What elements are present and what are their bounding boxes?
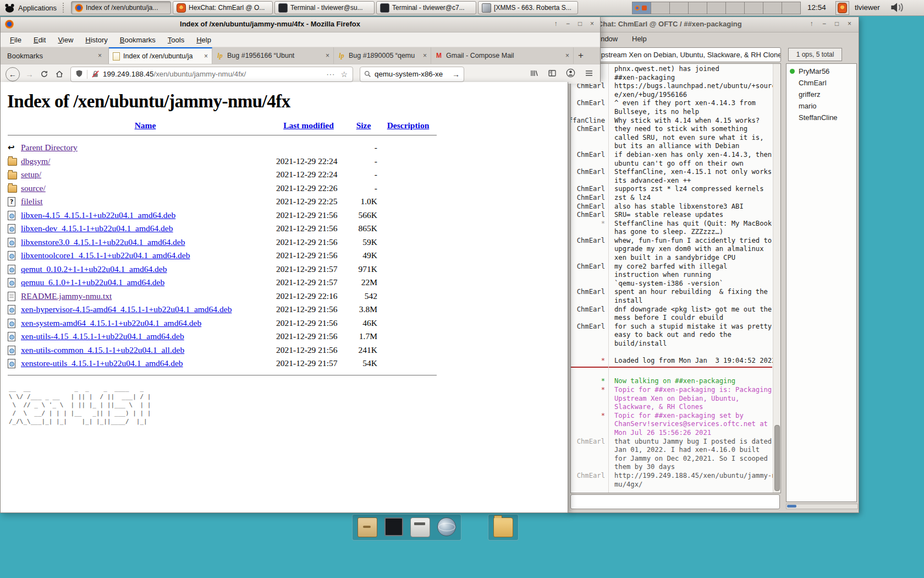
workspace-cell[interactable] — [782, 2, 801, 14]
file-link[interactable]: README.jammy-nmu.txt — [21, 291, 270, 301]
file-link[interactable]: xen-hypervisor-4.15-amd64_4.15.1-1+ub22u… — [21, 304, 270, 314]
workspace-cell[interactable] — [744, 2, 763, 14]
file-link[interactable]: setup/ — [21, 170, 270, 179]
sort-by-size[interactable]: Size — [348, 121, 380, 130]
file-link[interactable]: xenstore-utils_4.15.1-1+ub22u04.1_amd64.… — [21, 358, 270, 368]
tab-close-icon[interactable]: × — [204, 52, 208, 60]
library-icon[interactable] — [530, 69, 538, 80]
minimize-button[interactable]: − — [820, 19, 829, 29]
applications-menu[interactable]: Applications — [0, 0, 61, 15]
account-icon[interactable] — [566, 68, 575, 80]
tab-close-icon[interactable]: × — [423, 52, 427, 59]
hexchat-titlebar[interactable]: HexChat: ChmEarl @ OFTC / ##xen-packagin… — [568, 17, 859, 32]
workspace-cell[interactable] — [707, 2, 726, 14]
file-link[interactable]: filelist — [21, 197, 270, 206]
home-button[interactable] — [55, 70, 64, 78]
file-link[interactable]: libxen-4.15_4.15.1-1+ub22u04.1_amd64.deb — [21, 210, 270, 220]
message-input[interactable] — [570, 494, 780, 509]
workspace-cell[interactable] — [632, 2, 651, 14]
shade-button[interactable]: ↑ — [551, 19, 560, 29]
sort-by-description[interactable]: Description — [380, 121, 437, 130]
tracking-shield-icon[interactable] — [75, 69, 83, 79]
browser-tab[interactable]: Index of /xen/ubuntu/ja × — [109, 47, 212, 64]
hamburger-menu-icon[interactable] — [585, 69, 593, 79]
workspace-cell[interactable] — [669, 2, 689, 14]
dock-icon[interactable] — [358, 517, 377, 537]
file-link[interactable]: source/ — [21, 183, 270, 193]
minimize-button[interactable]: − — [563, 19, 573, 29]
panel-clock[interactable]: 12:54 — [807, 0, 826, 15]
sort-by-modified[interactable]: Last modified — [270, 121, 348, 130]
menubar-item[interactable]: Edit — [28, 36, 52, 44]
bookmark-star-icon[interactable]: ☆ — [340, 70, 348, 79]
menubar-item[interactable]: History — [79, 36, 113, 44]
close-button[interactable]: × — [845, 19, 854, 29]
insecure-lock-icon[interactable] — [91, 70, 100, 78]
workspace-cell[interactable] — [725, 2, 745, 14]
taskbar-button[interactable]: HexChat: ChmEarl @ O... — [173, 1, 273, 14]
firefox-titlebar[interactable]: Index of /xen/ubuntu/jammy-nmu/4fx - Moz… — [1, 17, 600, 32]
hexchat-tray-icon[interactable] — [835, 1, 849, 15]
userlist-hscrollbar[interactable] — [786, 504, 858, 509]
page-actions-icon[interactable]: ··· — [326, 70, 335, 78]
user-list-item[interactable]: grifferz — [787, 89, 856, 100]
chat-scrollback[interactable]: phnx.qwest.net) has joined ##xen-packagi… — [570, 63, 781, 493]
reload-button[interactable] — [40, 70, 48, 78]
new-tab-button[interactable]: + — [574, 47, 588, 64]
file-link[interactable]: Parent Directory — [21, 143, 270, 152]
search-input[interactable]: qemu-system-x86-xe — [375, 70, 448, 78]
file-link[interactable]: dbgsym/ — [21, 156, 270, 166]
user-list-item[interactable]: ChmEarl — [787, 77, 856, 89]
tab-close-icon[interactable]: × — [565, 52, 569, 59]
file-link[interactable]: libxenstore3.0_4.15.1-1+ub22u04.1_amd64.… — [21, 237, 270, 247]
back-button[interactable]: ← — [6, 67, 20, 81]
search-go-icon[interactable]: → — [452, 70, 460, 79]
channel-topic[interactable]: Packaging Upstream Xen on Debian, Ubuntu… — [571, 47, 781, 62]
workspace-cell[interactable] — [688, 2, 707, 14]
sidebar-toggle-icon[interactable] — [548, 69, 557, 80]
user-list-item[interactable]: SteffanCline — [787, 112, 856, 123]
taskbar-button[interactable]: [XMMS - 663. Roberta S... — [478, 1, 578, 14]
file-link[interactable]: qemuu_6.1.0+1-1+ub22u04.1_amd64.deb — [21, 277, 270, 287]
dock-icon[interactable] — [410, 517, 430, 537]
menubar-item[interactable]: Bookmarks — [114, 36, 162, 44]
taskbar-button[interactable]: Terminal - tlviewer@c7... — [376, 1, 476, 14]
chat-scrollbar[interactable] — [773, 64, 780, 493]
menu-help[interactable]: Help — [632, 35, 647, 43]
file-link[interactable]: xen-utils-common_4.15.1-1+ub22u04.1_all.… — [21, 345, 270, 355]
forward-button[interactable]: → — [25, 69, 34, 79]
file-link[interactable]: libxen-dev_4.15.1-1+ub22u04.1_amd64.deb — [21, 223, 270, 233]
dock-icon[interactable] — [437, 517, 456, 536]
url-bar[interactable]: 199.249.188.45/xen/ubuntu/jammy-nmu/4fx/… — [70, 67, 353, 82]
workspace-cell[interactable] — [651, 2, 670, 14]
taskbar-button[interactable]: Index of /xen/ubuntu/ja... — [71, 1, 171, 14]
file-link[interactable]: xen-system-amd64_4.15.1-1+ub22u04.1_amd6… — [21, 318, 270, 328]
dock-icon[interactable] — [384, 517, 403, 536]
chat-scrollbar-thumb[interactable] — [774, 425, 780, 491]
file-link[interactable]: xen-utils-4.15_4.15.1-1+ub22u04.1_amd64.… — [21, 331, 270, 341]
user-list-item[interactable]: mario — [787, 100, 856, 112]
menubar-item[interactable]: Help — [190, 36, 217, 44]
file-link[interactable]: qemut_0.10.2+1-1+ub22u04.1_amd64.deb — [21, 264, 270, 274]
dock-icon[interactable] — [493, 517, 513, 537]
menubar-item[interactable]: View — [52, 36, 79, 44]
sort-by-name[interactable]: Name — [21, 121, 270, 130]
maximize-button[interactable]: □ — [575, 19, 585, 29]
userlist-hscrollbar-thumb[interactable] — [787, 505, 796, 508]
sidebar-close-icon[interactable]: × — [98, 52, 108, 59]
browser-tab[interactable]: Bug #1956166 “Ubunt × — [212, 47, 334, 64]
file-link[interactable]: libxentoolcore1_4.15.1-1+ub22u04.1_amd64… — [21, 250, 270, 260]
menubar-item[interactable]: File — [4, 36, 28, 44]
browser-tab[interactable]: Bug #1890005 “qemu × — [334, 47, 431, 64]
search-bar[interactable]: qemu-system-x86-xe → — [360, 67, 464, 82]
close-button[interactable]: × — [587, 19, 597, 29]
workspace-cell[interactable] — [763, 2, 782, 14]
user-list-item[interactable]: PryMar56 — [787, 66, 856, 77]
browser-tab[interactable]: Gmail - Compose Mail × — [431, 47, 574, 64]
tab-close-icon[interactable]: × — [326, 52, 329, 59]
taskbar-button[interactable]: Terminal - tlviewer@su... — [274, 1, 375, 14]
volume-icon[interactable] — [890, 2, 904, 15]
user-list[interactable]: PryMar56 ChmEarl grifferz mario — [786, 63, 857, 502]
shade-button[interactable]: ↑ — [807, 19, 816, 29]
maximize-button[interactable]: □ — [832, 19, 842, 29]
